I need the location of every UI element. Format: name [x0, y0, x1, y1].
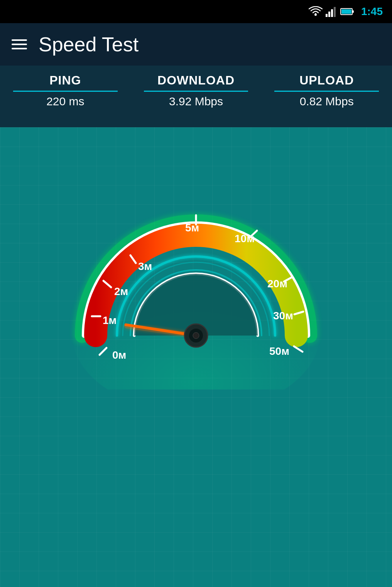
stats-bar: PING 220 ms DOWNLOAD 3.92 Mbps UPLOAD 0.…	[0, 66, 392, 127]
battery-icon	[340, 7, 355, 16]
svg-text:0м: 0м	[112, 349, 126, 361]
download-underline	[144, 91, 248, 92]
svg-text:1м: 1м	[103, 314, 117, 326]
upload-label: UPLOAD	[299, 73, 354, 88]
ping-stat: PING 220 ms	[0, 73, 131, 108]
svg-text:10м: 10м	[235, 233, 255, 245]
app-bar: Speed Test	[0, 23, 392, 66]
ping-value: 220 ms	[46, 95, 84, 108]
app-title: Speed Test	[39, 33, 139, 56]
status-icons: 1:45	[309, 5, 383, 18]
svg-point-31	[193, 332, 199, 339]
download-label: DOWNLOAD	[157, 73, 235, 88]
speedometer-svg: 0м 1м 2м 3м 5м 10м 20м 30м 50м	[46, 158, 346, 390]
status-bar: 1:45	[0, 0, 392, 23]
svg-rect-7	[341, 9, 351, 14]
svg-text:20м: 20м	[267, 278, 287, 290]
svg-rect-3	[331, 9, 333, 17]
svg-rect-4	[334, 7, 336, 17]
svg-point-0	[314, 13, 317, 16]
upload-underline	[274, 91, 379, 92]
svg-text:2м: 2м	[114, 285, 128, 297]
svg-text:5м: 5м	[185, 222, 199, 234]
download-stat: DOWNLOAD 3.92 Mbps	[131, 73, 262, 108]
menu-button[interactable]	[12, 39, 27, 49]
signal-icon	[326, 6, 337, 17]
svg-text:3м: 3м	[138, 260, 152, 272]
ping-underline	[13, 91, 118, 92]
upload-value: 0.82 Mbps	[300, 95, 354, 108]
ping-label: PING	[49, 73, 81, 88]
svg-rect-6	[352, 10, 354, 13]
svg-rect-2	[328, 12, 330, 17]
upload-stat: UPLOAD 0.82 Mbps	[261, 73, 392, 108]
main-content: 0м 1м 2м 3м 5м 10м 20м 30м 50м	[0, 127, 392, 587]
wifi-icon	[309, 6, 323, 17]
svg-text:30м: 30м	[273, 310, 293, 322]
svg-text:50м: 50м	[269, 345, 289, 357]
speedometer[interactable]: 0м 1м 2м 3м 5м 10м 20м 30м 50м	[46, 158, 346, 390]
svg-rect-1	[326, 14, 328, 17]
download-value: 3.92 Mbps	[169, 95, 223, 108]
status-time: 1:45	[361, 5, 383, 18]
